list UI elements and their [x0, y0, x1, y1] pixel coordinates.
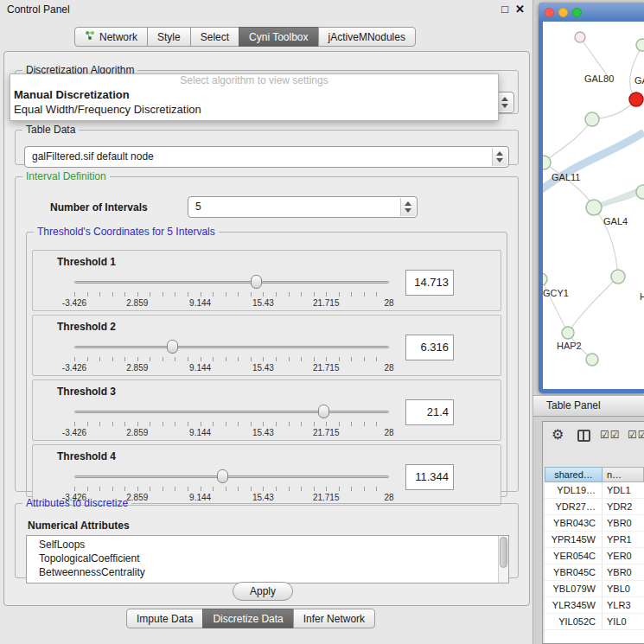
network-node[interactable]	[586, 354, 598, 366]
network-view-window[interactable]: GAL80 GA GAL11 GAL4 GCY1 H HAP2	[539, 3, 644, 393]
tab-infer-network[interactable]: Infer Network	[293, 609, 375, 628]
tab-label: Discretize Data	[213, 613, 283, 625]
network-window-titlebar[interactable]	[539, 3, 644, 22]
network-node[interactable]	[586, 200, 602, 215]
numerical-attributes-label: Numerical Attributes	[28, 520, 130, 532]
node-label: GAL11	[552, 172, 580, 182]
threshold-value-field[interactable]: 14.713	[405, 270, 454, 296]
selected-network-node[interactable]	[629, 92, 643, 106]
slider-thumb[interactable]	[217, 469, 228, 483]
threshold-1-slider[interactable]: -3.4262.8599.14415.4321.71528	[74, 273, 389, 311]
stepper-icon[interactable]	[497, 93, 513, 112]
network-node[interactable]	[562, 327, 574, 339]
slider-track[interactable]	[74, 411, 389, 413]
gear-icon[interactable]: ⚙	[552, 427, 564, 443]
network-node[interactable]	[636, 185, 644, 199]
network-node[interactable]	[636, 39, 644, 51]
attribute-list-item[interactable]: BetweennessCentrality	[27, 565, 497, 579]
table-row[interactable]: YLR345WYLR3	[545, 597, 644, 614]
threshold-value-field[interactable]: 11.344	[405, 464, 454, 490]
tab-select[interactable]: Select	[190, 27, 239, 47]
checkbox-pair-icon[interactable]: ☑☑	[628, 429, 644, 441]
column-header-shared[interactable]: shared…	[545, 467, 603, 482]
threshold-label: Threshold 4	[57, 450, 116, 462]
slider-scale-label: 15.43	[252, 428, 274, 437]
slider-scale-label: 9.144	[189, 363, 211, 373]
table-data-combobox[interactable]: galFiltered.sif default node	[24, 146, 509, 168]
right-region: GAL80 GA GAL11 GAL4 GCY1 H HAP2 Table Pa…	[533, 0, 644, 644]
list-scrollbar[interactable]	[498, 536, 508, 583]
algorithm-option-manual[interactable]: Manual Discretization	[10, 87, 498, 102]
table-row[interactable]: YDR27…YDR2	[545, 499, 644, 515]
network-node[interactable]	[585, 112, 599, 126]
node-label: HAP2	[557, 341, 582, 351]
network-node[interactable]	[543, 273, 547, 285]
attribute-list-item[interactable]: SelfLoops	[27, 538, 497, 552]
tab-label: Style	[157, 31, 181, 43]
tab-label: jActiveMNodules	[328, 31, 405, 43]
float-window-icon[interactable]: □	[501, 3, 508, 16]
close-traffic-light-icon[interactable]	[545, 8, 554, 17]
scrollbar-thumb[interactable]	[500, 537, 507, 568]
slider-thumb[interactable]	[251, 275, 262, 289]
group-label: Table Data	[22, 124, 79, 136]
network-node[interactable]	[611, 270, 625, 284]
stepper-icon[interactable]	[400, 198, 416, 216]
tab-label: Infer Network	[303, 613, 365, 625]
columns-icon[interactable]	[577, 430, 590, 442]
tab-cyni-toolbox[interactable]: Cyni Toolbox	[239, 27, 318, 47]
slider-ticks	[74, 292, 389, 296]
slider-thumb[interactable]	[167, 340, 178, 354]
cell-name: YDL1	[603, 482, 644, 498]
table-row[interactable]: YPR145WYPR1	[545, 532, 644, 548]
slider-scale-label: 9.144	[189, 298, 211, 308]
stepper-icon[interactable]	[492, 148, 507, 166]
table-row[interactable]: YIL052CYIL0	[545, 614, 644, 630]
table-row[interactable]: YER054CYER0	[545, 548, 644, 564]
cell-name: YPR1	[603, 532, 644, 547]
tab-discretize-data[interactable]: Discretize Data	[202, 609, 293, 628]
slider-scale-label: 2.859	[126, 428, 148, 437]
tab-style[interactable]: Style	[147, 27, 191, 47]
numerical-attributes-list[interactable]: SelfLoopsTopologicalCoefficientBetweenne…	[26, 535, 509, 583]
cell-shared-name: YDR27…	[545, 499, 603, 514]
apply-button[interactable]: Apply	[233, 582, 293, 601]
node-label-clipped: GA	[634, 75, 644, 86]
table-row[interactable]: YBL079WYBL0	[545, 581, 644, 597]
minimize-traffic-light-icon[interactable]	[558, 8, 568, 17]
slider-track[interactable]	[74, 475, 389, 478]
slider-thumb[interactable]	[318, 405, 329, 418]
threshold-3-panel: Threshold 3 -3.4262.8599.14415.4321.7152…	[32, 379, 501, 441]
table-row[interactable]: YDL19…YDL1	[545, 482, 644, 499]
threshold-2-slider[interactable]: -3.4262.8599.14415.4321.71528	[74, 338, 389, 376]
tab-label: Impute Data	[137, 613, 193, 625]
node-label: GAL80	[584, 73, 614, 84]
cell-shared-name: YDL19…	[545, 482, 603, 498]
number-of-intervals-combobox[interactable]: 5	[188, 196, 418, 218]
table-panel-window: ⚙ ☑☑ ☑☑ shared… n… YDL19…YDL1YDR27…YDR2Y…	[542, 421, 644, 644]
threshold-value-field[interactable]: 6.316	[405, 335, 454, 360]
slider-track[interactable]	[74, 281, 389, 284]
table-row[interactable]: YBR043CYBR0	[545, 515, 644, 532]
node-label: GAL4	[603, 216, 628, 226]
attribute-list-item[interactable]: TopologicalCoefficient	[27, 552, 497, 565]
list-items: SelfLoopsTopologicalCoefficientBetweenne…	[27, 538, 497, 579]
tab-jactivemnodules[interactable]: jActiveMNodules	[318, 27, 416, 47]
close-icon[interactable]: ✕	[515, 3, 525, 16]
zoom-traffic-light-icon[interactable]	[572, 8, 582, 17]
slider-track[interactable]	[74, 346, 389, 348]
threshold-3-slider[interactable]: -3.4262.8599.14415.4321.71528	[74, 403, 389, 441]
tab-impute-data[interactable]: Impute Data	[126, 609, 203, 628]
network-canvas[interactable]: GAL80 GA GAL11 GAL4 GCY1 H HAP2	[543, 22, 644, 389]
cell-shared-name: YBR045C	[545, 564, 603, 580]
network-node[interactable]	[543, 156, 551, 169]
network-node[interactable]	[575, 32, 585, 42]
slider-scale-label: 21.715	[313, 363, 340, 373]
table-row[interactable]: YBR045CYBR0	[545, 564, 644, 581]
table-panel-header[interactable]: Table Panel	[533, 395, 644, 417]
threshold-value-field[interactable]: 21.4	[405, 399, 454, 425]
algorithm-option-equal-width[interactable]: Equal Width/Frequency Discretization	[10, 102, 498, 117]
column-header-name[interactable]: n…	[603, 467, 644, 482]
tab-network[interactable]: Network	[74, 27, 148, 47]
checkbox-pair-icon[interactable]: ☑☑	[600, 429, 621, 441]
